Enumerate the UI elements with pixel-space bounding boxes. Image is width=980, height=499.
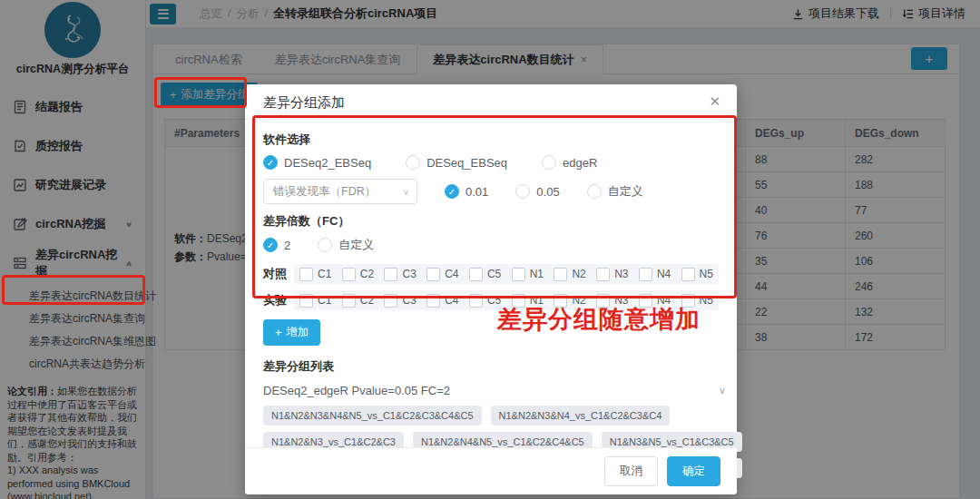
- radio-fdr-001[interactable]: ✓0.01: [445, 184, 488, 199]
- modal-header: 差异分组添加 ✕: [245, 84, 737, 120]
- sample-checkbox-c4[interactable]: C4: [426, 268, 458, 281]
- radio-deseq-ebseq[interactable]: DESeq_EBSeq: [406, 155, 507, 170]
- comparison-chip[interactable]: N1&N2&N3&N4_vs_C1&C2&C3&C4: [491, 406, 671, 426]
- sample-checkbox-n5[interactable]: N5: [681, 268, 713, 281]
- radio-unchecked-icon: [587, 184, 602, 199]
- radio-fc-custom[interactable]: 自定义: [318, 237, 374, 253]
- checkbox-icon: [554, 294, 567, 308]
- sample-checkbox-n3[interactable]: N3: [596, 268, 628, 281]
- confirm-button[interactable]: 确定: [667, 456, 720, 486]
- comparison-chip[interactable]: N1&N2&N3&N4&N5_vs_C1&C2&C3&C4&C5: [263, 406, 482, 426]
- checkbox-icon: [639, 294, 652, 308]
- add-diff-group-modal: 差异分组添加 ✕ 软件选择 ✓DESeq2_EBSeq DESeq_EBSeq …: [245, 84, 737, 494]
- checkbox-icon: [384, 294, 397, 308]
- group-list-item[interactable]: DESeq2_edgeR Pvalue=0.05 FC=2 ∨: [263, 384, 726, 397]
- control-sample-row: 对照 C1 C2 C3 C4 C5 N1 N2 N3 N4 N5: [263, 264, 719, 284]
- sample-checkbox-c4[interactable]: C4: [426, 294, 458, 308]
- radio-fc-2[interactable]: ✓2: [263, 238, 290, 252]
- radio-unchecked-icon: [318, 238, 332, 252]
- chip-row: N1&N2&N3&N4&N5_vs_C1&C2&C3&C4&C5 N1&N2&N…: [263, 406, 719, 426]
- checkbox-icon: [342, 268, 356, 281]
- experiment-sample-row: 实验 C1 C2 C3 C4 C5 N1 N2 N3 N4 N5: [263, 290, 719, 310]
- radio-checked-icon: ✓: [445, 184, 459, 199]
- checkbox-icon: [554, 268, 567, 281]
- software-radio-group: ✓DESeq2_EBSeq DESeq_EBSeq edgeR: [263, 155, 719, 170]
- radio-fdr-custom[interactable]: 自定义: [587, 183, 643, 200]
- checkbox-icon: [299, 294, 313, 308]
- fc-radio-group: ✓2 自定义: [263, 237, 719, 253]
- checkbox-icon: [596, 294, 610, 308]
- radio-unchecked-icon: [542, 155, 556, 170]
- sample-checkbox-n1[interactable]: N1: [512, 268, 544, 281]
- sample-checkbox-n1[interactable]: N1: [512, 294, 544, 308]
- plus-icon: +: [275, 327, 281, 339]
- radio-deseq2-ebseq[interactable]: ✓DESeq2_EBSeq: [263, 155, 371, 170]
- checkbox-icon: [384, 268, 397, 281]
- experiment-label: 实验: [263, 292, 294, 308]
- checkbox-icon: [681, 294, 695, 308]
- radio-checked-icon: ✓: [263, 238, 278, 252]
- radio-fdr-005[interactable]: 0.05: [515, 184, 559, 199]
- sample-checkbox-c1[interactable]: C1: [299, 294, 331, 308]
- sample-checkbox-c2[interactable]: C2: [342, 268, 374, 281]
- checkbox-icon: [639, 268, 652, 281]
- fc-section-label: 差异倍数（FC）: [263, 213, 719, 230]
- experiment-sample-strip: C1 C2 C3 C4 C5 N1 N2 N3 N4 N5: [294, 290, 719, 310]
- checkbox-icon: [681, 268, 695, 281]
- sample-checkbox-n4[interactable]: N4: [639, 268, 671, 281]
- sample-checkbox-n4[interactable]: N4: [639, 294, 671, 308]
- chevron-down-icon: ∨: [403, 187, 409, 197]
- radio-edger[interactable]: edgeR: [542, 155, 597, 170]
- screen: circRNA测序分析平台 结题报告 质控报告 研究进展记录 circRNA挖掘…: [0, 0, 980, 499]
- sample-checkbox-n5[interactable]: N5: [681, 294, 713, 308]
- group-list-title: DESeq2_edgeR Pvalue=0.05 FC=2: [263, 384, 450, 397]
- sample-checkbox-n2[interactable]: N2: [554, 268, 585, 281]
- fdr-row: 错误发现率（FDR） ∨ ✓0.01 0.05 自定义: [263, 179, 719, 204]
- sample-checkbox-c3[interactable]: C3: [384, 294, 416, 308]
- radio-unchecked-icon: [515, 184, 530, 199]
- modal-footer: 取消 确定: [245, 447, 737, 494]
- checkbox-icon: [299, 268, 313, 281]
- radio-checked-icon: ✓: [263, 155, 278, 170]
- sample-checkbox-c2[interactable]: C2: [342, 294, 374, 308]
- radio-unchecked-icon: [406, 155, 420, 170]
- sample-checkbox-c5[interactable]: C5: [469, 268, 501, 281]
- checkbox-icon: [512, 268, 525, 281]
- sample-checkbox-c3[interactable]: C3: [384, 268, 416, 281]
- sample-checkbox-n2[interactable]: N2: [554, 294, 585, 308]
- fdr-type-select[interactable]: 错误发现率（FDR） ∨: [263, 179, 417, 204]
- chevron-down-icon[interactable]: ∨: [719, 385, 726, 396]
- sample-checkbox-n3[interactable]: N3: [596, 294, 628, 308]
- group-list-label: 差异分组列表: [263, 358, 719, 375]
- checkbox-icon: [469, 268, 483, 281]
- software-section-label: 软件选择: [263, 132, 719, 148]
- control-label: 对照: [263, 266, 294, 282]
- control-sample-strip: C1 C2 C3 C4 C5 N1 N2 N3 N4 N5: [294, 264, 719, 284]
- sample-checkbox-c1[interactable]: C1: [299, 268, 331, 281]
- cancel-button[interactable]: 取消: [604, 456, 658, 486]
- checkbox-icon: [512, 294, 525, 308]
- modal-body: 软件选择 ✓DESeq2_EBSeq DESeq_EBSeq edgeR 错误发…: [245, 120, 737, 478]
- checkbox-icon: [426, 268, 440, 281]
- close-icon[interactable]: ✕: [709, 93, 720, 110]
- sample-checkbox-c5[interactable]: C5: [469, 294, 501, 308]
- add-comparison-button[interactable]: + 增加: [263, 319, 320, 346]
- checkbox-icon: [469, 294, 483, 308]
- checkbox-icon: [596, 268, 610, 281]
- checkbox-icon: [426, 294, 440, 308]
- modal-title: 差异分组添加: [263, 94, 345, 110]
- fdr-select-value: 错误发现率（FDR）: [273, 184, 376, 200]
- checkbox-icon: [342, 294, 356, 308]
